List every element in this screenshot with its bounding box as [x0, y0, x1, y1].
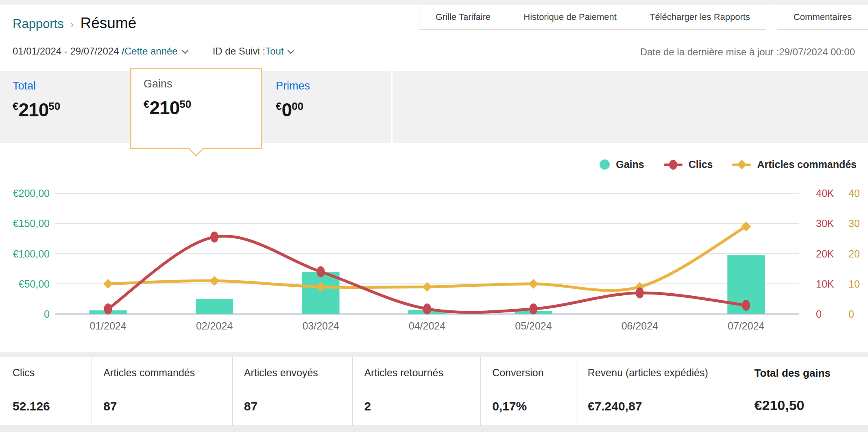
date-range-text: 01/01/2024 - 29/07/2024 /	[13, 46, 124, 57]
earnings-combo-chart[interactable]: €200,00€150,00€100,00€50,00040K30K20K10K…	[0, 151, 868, 338]
stat-label: Articles retournés	[364, 367, 476, 379]
svg-text:€50,00: €50,00	[19, 278, 50, 290]
gains-card-value: €21050	[144, 97, 261, 119]
articles-line-marker-icon	[732, 164, 751, 166]
svg-text:20: 20	[848, 248, 860, 260]
gains-dot-icon	[600, 159, 610, 170]
legend-item-gains[interactable]: Gains	[600, 159, 644, 170]
stats-table: Clics 52.126 Articles commandés 87 Artic…	[0, 357, 868, 425]
table-cell-articles-envoyes[interactable]: Articles envoyés 87	[232, 357, 353, 425]
table-cell-articles-commandes[interactable]: Articles commandés 87	[92, 357, 232, 425]
section-divider	[0, 352, 868, 357]
stat-label: Articles envoyés	[244, 367, 349, 379]
chevron-down-icon	[181, 47, 188, 54]
stat-value: 87	[103, 399, 228, 413]
reports-summary-page: Grille Tarifaire Historique de Paiement …	[0, 0, 868, 432]
gains-card-callout[interactable]: Gains €21050	[130, 68, 262, 149]
legend-item-articles[interactable]: Articles commandés	[732, 159, 857, 170]
primes-card[interactable]: Primes €000	[276, 71, 310, 121]
filter-row: 01/01/2024 - 29/07/2024 / Cette année ID…	[13, 46, 296, 57]
total-card[interactable]: Total €21050	[13, 71, 60, 121]
svg-text:30: 30	[848, 218, 860, 229]
total-card-value: €21050	[13, 99, 60, 121]
stat-value: €210,50	[755, 397, 864, 413]
table-cell-revenu[interactable]: Revenu (articles expédiés) €7.240,87	[576, 357, 743, 425]
stat-label: Total des gains	[755, 367, 864, 380]
table-cell-conversion[interactable]: Conversion 0,17%	[480, 357, 576, 425]
svg-text:€200,00: €200,00	[13, 188, 50, 199]
stat-label: Revenu (articles expédiés)	[588, 367, 739, 379]
svg-text:€150,00: €150,00	[13, 218, 50, 229]
svg-text:04/2024: 04/2024	[409, 320, 445, 332]
stat-value: 2	[364, 399, 476, 413]
total-card-label[interactable]: Total	[13, 80, 60, 92]
chart-legend: Gains Clics Articles commandés	[600, 159, 857, 170]
payment-history-button[interactable]: Historique de Paiement	[507, 5, 633, 30]
date-preset-dropdown[interactable]: Cette année	[124, 46, 178, 57]
svg-text:05/2024: 05/2024	[515, 320, 552, 332]
primes-card-value: €000	[276, 99, 310, 121]
fee-schedule-button[interactable]: Grille Tarifaire	[419, 5, 507, 30]
feedback-button[interactable]: Commentaires	[777, 5, 868, 30]
svg-text:30K: 30K	[816, 218, 834, 229]
svg-text:02/2024: 02/2024	[196, 320, 233, 332]
svg-text:01/2024: 01/2024	[90, 320, 126, 332]
table-cell-clics[interactable]: Clics 52.126	[0, 357, 92, 425]
download-reports-button[interactable]: Télécharger les Rapports	[633, 5, 766, 30]
stat-value: 0,17%	[492, 399, 572, 413]
breadcrumb-separator-icon: ›	[70, 18, 74, 31]
stat-label: Conversion	[492, 367, 572, 379]
stat-label: Clics	[13, 367, 87, 379]
svg-text:0: 0	[816, 308, 822, 320]
report-nav-buttons: Grille Tarifaire Historique de Paiement …	[419, 5, 868, 30]
cards-divider	[391, 71, 393, 143]
stat-label: Articles commandés	[103, 367, 228, 379]
tracking-id-label: ID de Suivi :	[213, 46, 265, 57]
bottom-strip	[0, 425, 868, 432]
tracking-id-dropdown[interactable]: Tout	[265, 46, 284, 57]
breadcrumb: Rapports › Résumé	[13, 15, 136, 32]
page-title: Résumé	[80, 15, 136, 32]
legend-clics-label: Clics	[689, 159, 713, 170]
svg-text:10K: 10K	[816, 278, 834, 290]
last-update-text: Date de la dernière mise à jour :29/07/2…	[640, 46, 855, 58]
chevron-down-icon	[288, 47, 294, 54]
legend-articles-label: Articles commandés	[757, 159, 857, 170]
primes-card-label[interactable]: Primes	[276, 80, 310, 92]
svg-text:40K: 40K	[816, 188, 834, 199]
svg-text:€100,00: €100,00	[13, 248, 50, 260]
breadcrumb-reports-link[interactable]: Rapports	[13, 17, 64, 31]
legend-gains-label: Gains	[616, 159, 644, 170]
svg-text:10: 10	[848, 278, 860, 290]
svg-text:0: 0	[848, 308, 854, 320]
legend-item-clics[interactable]: Clics	[664, 159, 713, 170]
table-cell-total-gains[interactable]: Total des gains €210,50	[743, 357, 868, 425]
stat-value: €7.240,87	[588, 399, 739, 413]
svg-text:40: 40	[848, 188, 860, 199]
stat-value: 52.126	[13, 399, 87, 413]
svg-text:0: 0	[44, 308, 50, 320]
clics-line-marker-icon	[664, 164, 683, 166]
gains-card-label: Gains	[144, 78, 261, 90]
svg-text:07/2024: 07/2024	[728, 320, 764, 332]
svg-text:03/2024: 03/2024	[302, 320, 339, 332]
stat-value: 87	[244, 399, 349, 413]
svg-text:06/2024: 06/2024	[622, 320, 658, 332]
table-cell-articles-retournes[interactable]: Articles retournés 2	[352, 357, 480, 425]
svg-text:20K: 20K	[816, 248, 834, 260]
